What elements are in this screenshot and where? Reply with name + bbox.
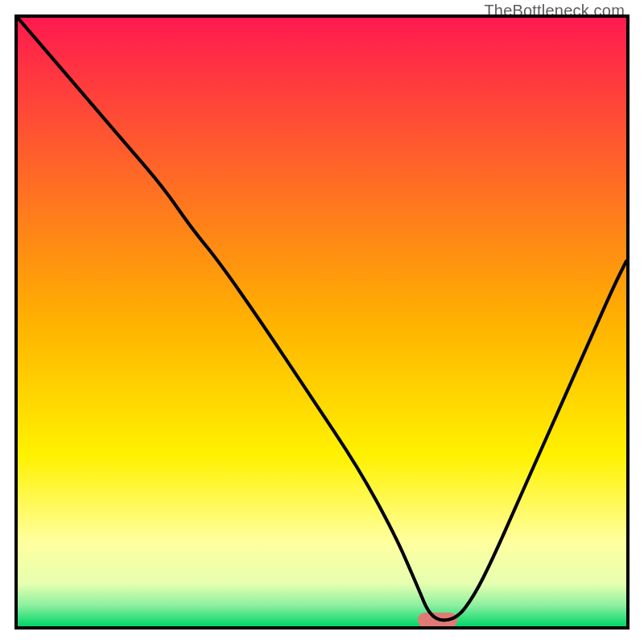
chart-background xyxy=(18,18,626,626)
chart-frame xyxy=(14,14,630,630)
bottleneck-chart xyxy=(18,18,626,626)
